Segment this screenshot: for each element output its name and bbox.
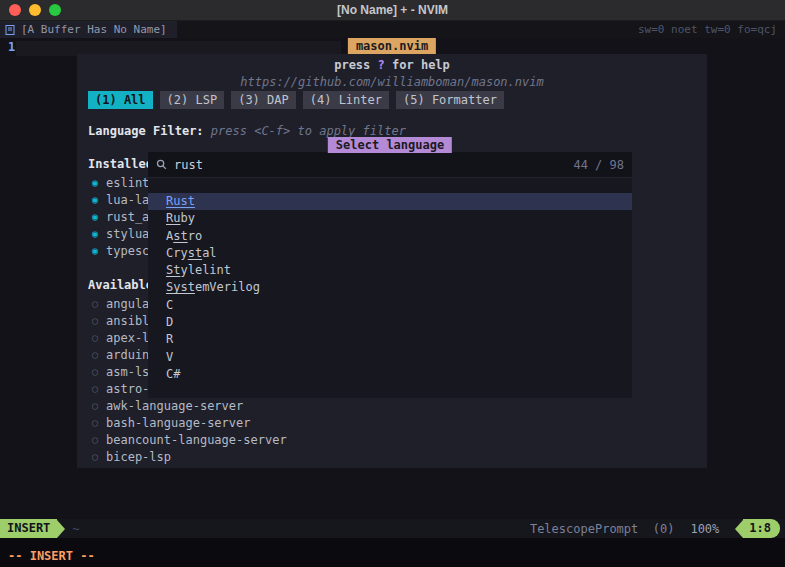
available-icon: ○ <box>90 414 100 431</box>
package-item[interactable]: ○bash-language-server <box>90 414 707 431</box>
package-name: stylua <box>106 227 149 241</box>
installed-icon: ◉ <box>90 191 100 208</box>
package-name: bash-language-server <box>106 416 251 430</box>
installed-icon: ◉ <box>90 208 100 225</box>
traffic-lights <box>9 0 61 20</box>
match-text: Rust <box>166 194 195 208</box>
telescope-title-badge: Select language <box>328 137 452 153</box>
powerline-separator-icon <box>57 520 65 538</box>
zoom-window-icon[interactable] <box>49 4 61 16</box>
language-filter-label: Language Filter: <box>88 124 204 138</box>
buffer-tab[interactable]: [A Buffer Has No Name] <box>0 21 177 38</box>
mason-repo-url: https://github.com/williamboman/mason.nv… <box>77 75 707 89</box>
package-name: awk-language-server <box>106 399 243 413</box>
help-post: for help <box>385 58 450 72</box>
cursor-position-segment: 1:8 <box>735 519 780 538</box>
mason-tab-4-linter[interactable]: (4) Linter <box>303 91 389 109</box>
result-text: C <box>166 298 173 312</box>
telescope-prompt[interactable]: rust 44 / 98 <box>148 152 632 178</box>
statusline-tilde: ~ <box>72 522 79 536</box>
telescope-result[interactable]: R <box>148 331 632 348</box>
result-count: 44 / 98 <box>573 158 624 172</box>
available-icon: ○ <box>90 346 100 363</box>
telescope-result[interactable]: Crystal <box>148 245 632 262</box>
package-name: bicep-lsp <box>106 450 171 464</box>
installed-heading: Installed <box>88 157 153 171</box>
installed-icon: ◉ <box>90 174 100 191</box>
statusline: INSERT ~ TelescopePrompt (0) 100% 1:8 <box>0 519 785 538</box>
package-name: eslint <box>106 176 149 190</box>
package-item[interactable]: ○bicep-lsp <box>90 448 707 465</box>
line-number: 1 <box>8 40 15 54</box>
search-icon <box>156 159 167 170</box>
help-key: ? <box>378 58 385 72</box>
available-icon: ○ <box>90 295 100 312</box>
result-text: emVerilog <box>195 280 260 294</box>
filetype-indicator: TelescopePrompt (0) <box>530 522 675 536</box>
mason-title-badge: mason.nvim <box>348 38 436 54</box>
scroll-percent: 100% <box>690 522 719 536</box>
available-icon: ○ <box>90 312 100 329</box>
window-title: [No Name] + - NVIM <box>0 3 785 17</box>
match-text: St <box>166 263 180 277</box>
package-item[interactable]: ○beancount-language-server <box>90 431 707 448</box>
match-text: st <box>173 229 187 243</box>
language-filter-hint: press <C-f> to apply filter <box>204 124 406 138</box>
package-name: beancount-language-server <box>106 433 287 447</box>
message-area: -- INSERT -- <box>0 538 785 567</box>
available-icon: ○ <box>90 363 100 380</box>
result-text: V <box>166 350 173 364</box>
powerline-separator-icon <box>735 520 743 538</box>
result-text: ro <box>188 229 202 243</box>
cursor-position: 1:8 <box>743 519 780 538</box>
available-icon: ○ <box>90 431 100 448</box>
telescope-result[interactable]: C <box>148 297 632 314</box>
package-item[interactable]: ○awk-language-server <box>90 397 707 414</box>
telescope-result[interactable]: Rust <box>148 193 632 210</box>
mason-tab-2-lsp[interactable]: (2) LSP <box>160 91 225 109</box>
minimize-window-icon[interactable] <box>29 4 41 16</box>
close-window-icon[interactable] <box>9 4 21 16</box>
match-text: st <box>188 246 202 260</box>
telescope-results: RustRubyAstroCrystalStylelintSystemVeril… <box>148 178 632 383</box>
installed-icon: ◉ <box>90 225 100 242</box>
available-icon: ○ <box>90 448 100 465</box>
mason-tab-5-formatter[interactable]: (5) Formatter <box>396 91 504 109</box>
mason-tab-1-all[interactable]: (1) All <box>88 91 153 109</box>
telescope-result[interactable]: D <box>148 314 632 331</box>
editor-area[interactable]: 1 mason.nvim press ? for help https://gi… <box>0 38 785 519</box>
mode-indicator: INSERT <box>0 519 57 538</box>
result-text: R <box>166 332 173 346</box>
statusline-right: TelescopePrompt (0) 100% 1:8 <box>530 519 785 538</box>
telescope-result[interactable]: C# <box>148 366 632 383</box>
search-query: rust <box>174 158 203 172</box>
telescope-result[interactable]: Stylelint <box>148 262 632 279</box>
help-pre: press <box>334 58 377 72</box>
installed-icon: ◉ <box>90 242 100 259</box>
result-text: ylelint <box>180 263 231 277</box>
result-text: C# <box>166 367 180 381</box>
telescope-result[interactable]: Astro <box>148 228 632 245</box>
match-text: Ru <box>166 211 180 225</box>
result-text: by <box>180 211 194 225</box>
mason-help-line: press ? for help <box>77 58 707 72</box>
result-text: D <box>166 315 173 329</box>
mason-tabs: (1) All(2) LSP(3) DAP(4) Linter(5) Forma… <box>88 91 504 109</box>
telescope-popup: Select language rust 44 / 98 RustRubyAst… <box>148 152 632 398</box>
match-text: Syst <box>166 280 195 294</box>
telescope-result[interactable]: SystemVerilog <box>148 279 632 296</box>
result-text: al <box>202 246 216 260</box>
mode-message: -- INSERT -- <box>8 549 95 563</box>
tabline-options-status: sw=0 noet tw=0 fo=qcj <box>638 23 785 36</box>
available-icon: ○ <box>90 380 100 397</box>
telescope-result[interactable]: V <box>148 349 632 366</box>
buffer-tab-label: [A Buffer Has No Name] <box>21 23 167 36</box>
available-icon: ○ <box>90 329 100 346</box>
mason-tab-3-dap[interactable]: (3) DAP <box>231 91 296 109</box>
available-icon: ○ <box>90 397 100 414</box>
result-text: Cry <box>166 246 188 260</box>
tabline: [A Buffer Has No Name] sw=0 noet tw=0 fo… <box>0 21 785 38</box>
window-titlebar: [No Name] + - NVIM <box>0 0 785 21</box>
telescope-result[interactable]: Ruby <box>148 210 632 227</box>
buffer-file-icon <box>5 25 15 35</box>
